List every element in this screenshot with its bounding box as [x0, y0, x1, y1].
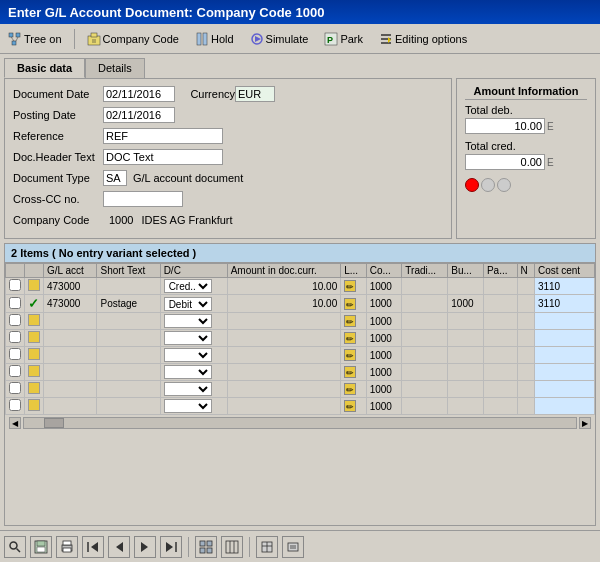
currency-input[interactable] — [235, 86, 275, 102]
park-button[interactable]: P Park — [320, 30, 367, 48]
items-section: 2 Items ( No entry variant selected ) G/… — [4, 243, 596, 526]
row-dc-select-empty[interactable] — [164, 314, 212, 328]
btn-prev[interactable] — [108, 536, 130, 558]
doc-type-row: Document Type G/L account document — [13, 169, 443, 187]
total-deb-input[interactable] — [465, 118, 545, 134]
posting-date-row: Posting Date — [13, 106, 443, 124]
row-short-text — [97, 347, 160, 364]
toolbar-separator-1 — [74, 29, 75, 49]
row-status-indicator — [28, 382, 40, 394]
layout-icon — [199, 540, 213, 554]
row-checkbox[interactable] — [9, 314, 21, 326]
btn-layout[interactable] — [195, 536, 217, 558]
crosscc-input[interactable] — [103, 191, 183, 207]
row-checkbox[interactable] — [9, 399, 21, 411]
row-dc-select[interactable]: Cred... — [164, 279, 212, 293]
row-status-cell — [25, 313, 44, 330]
row-tradi — [402, 295, 448, 313]
reference-label: Reference — [13, 130, 103, 142]
btn-save[interactable] — [30, 536, 52, 558]
doc-date-input[interactable] — [103, 86, 175, 102]
btn-search[interactable] — [4, 536, 26, 558]
row-checkbox[interactable] — [9, 279, 21, 291]
row-pa — [483, 381, 517, 398]
row-cost-cent — [534, 347, 594, 364]
pencil-icon[interactable]: ✏ — [344, 280, 356, 292]
pencil-icon[interactable]: ✏ — [344, 366, 356, 378]
row-co: 1000 — [366, 278, 402, 295]
editing-options-label: Editing options — [395, 33, 467, 45]
form-panel: Document Date Currency Posting Date Refe… — [4, 78, 596, 239]
row-checkbox[interactable] — [9, 365, 21, 377]
pencil-icon[interactable]: ✏ — [344, 315, 356, 327]
company-code-row: Company Code 1000 IDES AG Frankfurt — [13, 211, 443, 229]
simulate-button[interactable]: Simulate — [246, 30, 313, 48]
btn-columns[interactable] — [221, 536, 243, 558]
row-bu — [448, 398, 484, 415]
btn-first[interactable] — [82, 536, 104, 558]
table-scrollbar[interactable] — [23, 417, 577, 429]
row-dc-cell: Debit — [160, 295, 227, 313]
amount-info-panel: Amount Information Total deb. E Total cr… — [456, 78, 596, 239]
total-cred-input[interactable] — [465, 154, 545, 170]
crosscc-row: Cross-CC no. — [13, 190, 443, 208]
row-gl-acct — [44, 347, 97, 364]
total-cred-row: Total cred. E — [465, 140, 587, 170]
table-row: ✓473000PostageDebit10.00✏100010003110 — [6, 295, 595, 313]
row-tradi — [402, 347, 448, 364]
company-code-button[interactable]: Company Code — [83, 30, 183, 48]
btn-print2[interactable] — [282, 536, 304, 558]
btn-last[interactable] — [160, 536, 182, 558]
row-n — [517, 295, 534, 313]
save-icon — [34, 540, 48, 554]
tree-icon — [8, 32, 22, 46]
pencil-icon[interactable]: ✏ — [344, 298, 356, 310]
row-checkbox[interactable] — [9, 331, 21, 343]
crosscc-label: Cross-CC no. — [13, 193, 103, 205]
row-pa — [483, 313, 517, 330]
row-co: 1000 — [366, 295, 402, 313]
editing-options-button[interactable]: Editing options — [375, 30, 471, 48]
row-checkbox-cell — [6, 313, 25, 330]
scroll-right-button[interactable]: ▶ — [579, 417, 591, 429]
row-checkbox[interactable] — [9, 382, 21, 394]
row-tradi — [402, 330, 448, 347]
btn-next[interactable] — [134, 536, 156, 558]
row-status-indicator — [28, 365, 40, 377]
row-dc-select-empty[interactable] — [164, 331, 212, 345]
doc-header-row: Doc.Header Text — [13, 148, 443, 166]
row-checkbox[interactable] — [9, 297, 21, 309]
doc-type-code-input[interactable] — [103, 170, 127, 186]
pencil-icon[interactable]: ✏ — [344, 400, 356, 412]
svg-marker-31 — [166, 542, 173, 552]
row-dc-select-empty[interactable] — [164, 348, 212, 362]
row-dc-select[interactable]: Debit — [164, 297, 212, 311]
btn-config[interactable] — [256, 536, 278, 558]
row-dc-select-empty[interactable] — [164, 365, 212, 379]
scroll-left-button[interactable]: ◀ — [9, 417, 21, 429]
tab-basic-data[interactable]: Basic data — [4, 58, 85, 78]
row-dc-select-empty[interactable] — [164, 382, 212, 396]
row-status-cell — [25, 364, 44, 381]
row-tradi — [402, 364, 448, 381]
items-table-container: G/L acct Short Text D/C Amount in doc.cu… — [5, 263, 595, 415]
svg-rect-42 — [288, 543, 298, 551]
row-checkbox[interactable] — [9, 348, 21, 360]
form-left: Document Date Currency Posting Date Refe… — [4, 78, 452, 239]
row-dc-select-empty[interactable] — [164, 399, 212, 413]
posting-date-input[interactable] — [103, 107, 175, 123]
row-co: 1000 — [366, 398, 402, 415]
hold-button[interactable]: Hold — [191, 30, 238, 48]
reference-input[interactable] — [103, 128, 223, 144]
svg-rect-0 — [9, 33, 13, 37]
row-dc-cell: Cred... — [160, 278, 227, 295]
btn-print[interactable] — [56, 536, 78, 558]
row-status-indicator — [28, 314, 40, 326]
pencil-icon[interactable]: ✏ — [344, 349, 356, 361]
pencil-icon[interactable]: ✏ — [344, 332, 356, 344]
pencil-icon[interactable]: ✏ — [344, 383, 356, 395]
tree-on-button[interactable]: Tree on — [4, 30, 66, 48]
doc-header-input[interactable] — [103, 149, 223, 165]
total-cred-input-row: E — [465, 154, 587, 170]
tab-details[interactable]: Details — [85, 58, 145, 78]
